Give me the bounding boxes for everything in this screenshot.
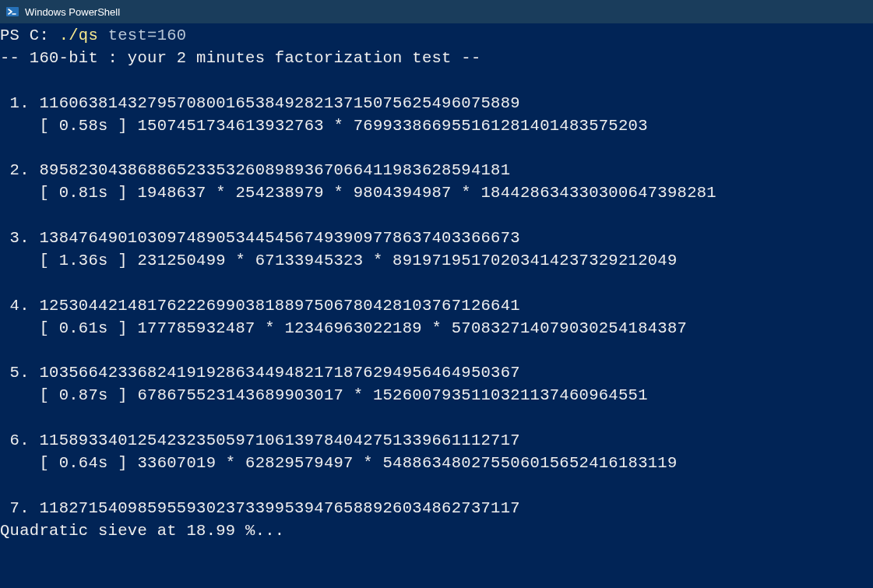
result-index: 4. <box>0 297 30 315</box>
result-time: 0.61s <box>59 319 108 337</box>
result-factors: 678675523143689903017 * 1526007935110321… <box>137 386 647 404</box>
result-number: 1182715409859559302373399539476588926034… <box>39 499 520 517</box>
command-name: ./qs <box>59 26 98 44</box>
result-number: 1253044214817622269903818897506780428103… <box>39 297 520 315</box>
window-title: Windows PowerShell <box>25 6 120 18</box>
result-time: 0.64s <box>59 454 108 472</box>
result-number: 1035664233682419192863449482171876294956… <box>39 364 520 382</box>
result-factors: 231250499 * 67133945323 * 89197195170203… <box>137 252 677 269</box>
titlebar[interactable]: Windows PowerShell <box>0 0 873 23</box>
result-time: 0.81s <box>59 184 108 202</box>
console-output[interactable]: PS C: ./qs test=160 -- 160-bit : your 2 … <box>0 23 873 588</box>
result-index: 7. <box>0 499 30 517</box>
result-time: 0.87s <box>59 386 108 404</box>
result-time: 0.58s <box>59 117 108 135</box>
header-line: -- 160-bit : your 2 minutes factorizatio… <box>0 49 481 67</box>
prompt-ps: PS <box>0 26 30 44</box>
result-number: 8958230438688652335326089893670664119836… <box>39 161 510 179</box>
result-index: 1. <box>0 94 30 112</box>
svg-rect-0 <box>6 7 19 16</box>
result-factors: 177785932487 * 12346963022189 * 57083271… <box>137 319 687 337</box>
result-number: 1384764901030974890534454567493909778637… <box>39 229 520 247</box>
powershell-window: Windows PowerShell PS C: ./qs test=160 -… <box>0 0 873 588</box>
result-factors: 1948637 * 254238979 * 9804394987 * 18442… <box>137 184 716 202</box>
powershell-icon <box>6 5 19 18</box>
result-number: 1160638143279570800165384928213715075625… <box>39 94 520 112</box>
status-line: Quadratic sieve at 18.99 %... <box>0 522 284 540</box>
result-index: 3. <box>0 229 30 247</box>
result-factors: 33607019 * 62829579497 * 548863480275506… <box>137 454 677 472</box>
result-time: 1.36s <box>59 252 108 269</box>
command-arg: test=160 <box>98 26 186 44</box>
result-index: 6. <box>0 431 30 449</box>
result-index: 2. <box>0 161 30 179</box>
result-number: 1158933401254232350597106139784042751339… <box>39 431 520 449</box>
prompt-path: C: <box>30 26 59 44</box>
result-factors: 1507451734613932763 * 769933866955161281… <box>137 117 647 135</box>
result-index: 5. <box>0 364 30 382</box>
